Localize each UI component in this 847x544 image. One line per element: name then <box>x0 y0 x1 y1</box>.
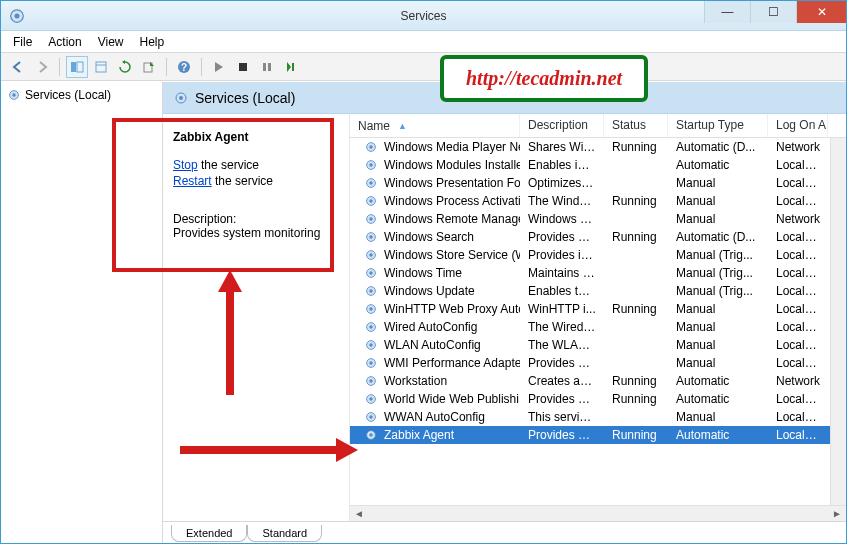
service-status: Running <box>604 428 668 442</box>
toolbar-separator <box>201 58 202 76</box>
toolbar-separator <box>59 58 60 76</box>
service-startup: Manual <box>668 338 768 352</box>
help-button[interactable]: ? <box>173 56 195 78</box>
column-status[interactable]: Status <box>604 114 668 137</box>
service-desc: The Windo... <box>520 194 604 208</box>
column-headers: Name▲ Description Status Startup Type Lo… <box>350 114 846 138</box>
table-row[interactable]: Windows Remote Manage...Windows R...Manu… <box>350 210 846 228</box>
service-status: Running <box>604 392 668 406</box>
service-name: Zabbix Agent <box>384 428 454 442</box>
close-button[interactable]: ✕ <box>796 1 846 23</box>
service-desc: Enables inst... <box>520 158 604 172</box>
horizontal-scrollbar[interactable]: ◄ ► <box>350 505 846 521</box>
service-name: Windows Modules Installer <box>384 158 520 172</box>
scroll-right-icon[interactable]: ► <box>830 508 844 519</box>
table-row[interactable]: Windows SearchProvides co...RunningAutom… <box>350 228 846 246</box>
service-startup: Automatic <box>668 158 768 172</box>
service-startup: Automatic <box>668 374 768 388</box>
window-controls: — ☐ ✕ <box>704 1 846 23</box>
watermark-annotation: http://tecadmin.net <box>440 55 648 102</box>
svg-rect-11 <box>268 63 271 71</box>
svg-rect-9 <box>239 63 247 71</box>
scroll-left-icon[interactable]: ◄ <box>352 508 366 519</box>
service-name: Windows Time <box>384 266 462 280</box>
view-tabs: Extended Standard <box>163 521 846 543</box>
export-button[interactable] <box>138 56 160 78</box>
service-status: Running <box>604 230 668 244</box>
back-button[interactable] <box>7 56 29 78</box>
service-name: Workstation <box>384 374 447 388</box>
vertical-scrollbar[interactable] <box>830 138 846 505</box>
menu-file[interactable]: File <box>13 35 32 49</box>
svg-text:?: ? <box>181 62 187 73</box>
maximize-button[interactable]: ☐ <box>750 1 796 23</box>
show-hide-tree-button[interactable] <box>66 56 88 78</box>
column-startup-type[interactable]: Startup Type <box>668 114 768 137</box>
table-row[interactable]: Windows Process Activati...The Windo...R… <box>350 192 846 210</box>
service-desc: Creates and... <box>520 374 604 388</box>
service-logon: Local Ser <box>768 302 828 316</box>
menu-view[interactable]: View <box>98 35 124 49</box>
table-row[interactable]: WWAN AutoConfigThis service ...ManualLoc… <box>350 408 846 426</box>
service-name: WLAN AutoConfig <box>384 338 481 352</box>
svg-point-16 <box>179 96 183 100</box>
service-logon: Local Ser <box>768 266 828 280</box>
table-row[interactable]: Windows Presentation Fou...Optimizes p..… <box>350 174 846 192</box>
svg-point-46 <box>369 397 373 401</box>
service-startup: Manual <box>668 410 768 424</box>
service-logon: Local Ser <box>768 176 828 190</box>
refresh-button[interactable] <box>114 56 136 78</box>
service-name: Windows Update <box>384 284 475 298</box>
menu-action[interactable]: Action <box>48 35 81 49</box>
tab-extended[interactable]: Extended <box>171 525 247 542</box>
service-startup: Manual <box>668 212 768 226</box>
right-panel: Services (Local) Zabbix Agent Stop the s… <box>163 82 846 543</box>
service-logon: Local Sys <box>768 428 828 442</box>
pause-button[interactable] <box>256 56 278 78</box>
svg-point-30 <box>369 253 373 257</box>
properties-button[interactable] <box>90 56 112 78</box>
service-desc: Enables the ... <box>520 284 604 298</box>
column-log-on-as[interactable]: Log On A <box>768 114 828 137</box>
table-row[interactable]: Windows Media Player Net...Shares Win...… <box>350 138 846 156</box>
table-row[interactable]: Windows TimeMaintains d...Manual (Trig..… <box>350 264 846 282</box>
svg-point-14 <box>12 93 16 97</box>
minimize-button[interactable]: — <box>704 1 750 23</box>
service-logon: Local Sys <box>768 356 828 370</box>
restart-button[interactable] <box>280 56 302 78</box>
service-logon: Local Sys <box>768 194 828 208</box>
service-startup: Manual <box>668 176 768 190</box>
service-desc: Windows R... <box>520 212 604 226</box>
table-body[interactable]: Windows Media Player Net...Shares Win...… <box>350 138 846 505</box>
table-row[interactable]: WorkstationCreates and...RunningAutomati… <box>350 372 846 390</box>
svg-point-44 <box>369 379 373 383</box>
menu-help[interactable]: Help <box>140 35 165 49</box>
table-row[interactable]: Windows UpdateEnables the ...Manual (Tri… <box>350 282 846 300</box>
service-logon: Local Sys <box>768 338 828 352</box>
forward-button[interactable] <box>31 56 53 78</box>
tree-item-services-local[interactable]: Services (Local) <box>1 86 162 104</box>
service-logon: Local Sys <box>768 230 828 244</box>
stop-service-line: Stop the service <box>173 158 339 172</box>
table-row[interactable]: WLAN AutoConfigThe WLANS...ManualLocal S… <box>350 336 846 354</box>
window-title: Services <box>400 9 446 23</box>
stop-service-link[interactable]: Stop <box>173 158 198 172</box>
table-row[interactable]: World Wide Web Publishi...Provides W...R… <box>350 390 846 408</box>
service-startup: Manual (Trig... <box>668 248 768 262</box>
table-row[interactable]: WMI Performance AdapterProvides pe...Man… <box>350 354 846 372</box>
column-name[interactable]: Name▲ <box>350 114 520 137</box>
column-description[interactable]: Description <box>520 114 604 137</box>
restart-service-link[interactable]: Restart <box>173 174 212 188</box>
table-row[interactable]: Wired AutoConfigThe Wired ...ManualLocal… <box>350 318 846 336</box>
main-area: Services (Local) Services (Local) Zabbix… <box>1 81 846 543</box>
content-row: Zabbix Agent Stop the service Restart th… <box>163 114 846 521</box>
play-button[interactable] <box>208 56 230 78</box>
service-startup: Automatic <box>668 392 768 406</box>
table-row[interactable]: Windows Modules InstallerEnables inst...… <box>350 156 846 174</box>
tab-standard[interactable]: Standard <box>247 525 322 542</box>
table-row[interactable]: Windows Store Service (WS...Provides inf… <box>350 246 846 264</box>
table-row[interactable]: WinHTTP Web Proxy Auto-...WinHTTP i...Ru… <box>350 300 846 318</box>
stop-button[interactable] <box>232 56 254 78</box>
table-row[interactable]: Zabbix AgentProvides sys...RunningAutoma… <box>350 426 846 444</box>
titlebar: Services — ☐ ✕ <box>1 1 846 31</box>
